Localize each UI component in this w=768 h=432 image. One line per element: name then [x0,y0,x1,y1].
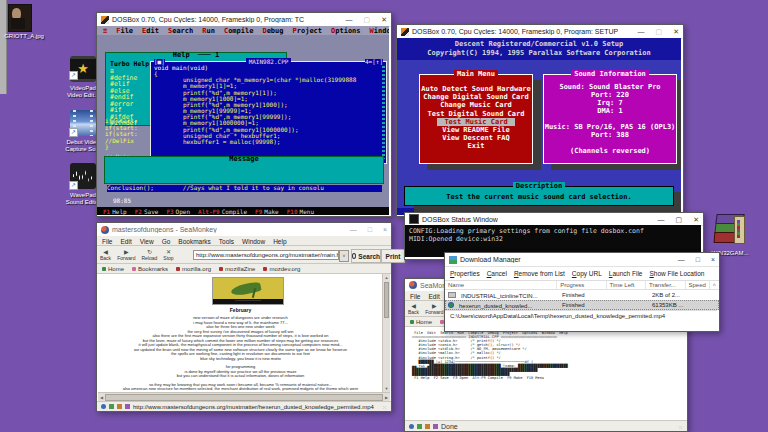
menu-item[interactable]: Edit [120,238,131,243]
setup-main-menu-items[interactable]: Auto Detect Sound HardwareChange Digital… [420,75,532,151]
menu-item[interactable]: Window [242,238,265,243]
menu-item[interactable]: Edit [428,293,439,298]
forward-button[interactable]: ▶Forward [422,302,446,315]
bookmark-item[interactable]: mozillaZine [219,266,255,272]
scroll-down-arrow[interactable]: ▼ [383,385,390,392]
fkey-item[interactable]: F3Open [166,208,190,214]
sm-left-bookmarks-bar[interactable]: HomeBookmarksmozilla.orgmozillaZinemozde… [97,264,391,274]
menu-item[interactable]: View [140,238,154,243]
minimize-button[interactable]: — [678,253,685,266]
dlm-toolbar[interactable]: PropertiesCancelRemove from ListCopy URL… [445,267,719,281]
search-button[interactable]: Search [351,249,381,263]
tc-menu-item[interactable]: Run [202,27,215,34]
tc-function-key-bar[interactable]: F1HelpF2SaveF3OpenAlt-F9CompileF9MakeF10… [97,207,389,215]
maximize-button[interactable]: □ [696,253,700,266]
close-button[interactable]: ✕ [693,213,699,226]
page-image[interactable]: ·························· [212,277,284,305]
print-button[interactable]: Print [381,249,405,263]
bookmark-item[interactable]: mozdev.org [263,266,300,272]
maximize-button[interactable]: ▢ [364,13,371,26]
fkey-item[interactable]: F9Make [255,208,279,214]
edit-scrollbar[interactable] [382,66,385,159]
reload-button[interactable]: ↻Reload [138,248,160,261]
tc-menu-item[interactable]: Edit [142,27,159,34]
tc-menu-item[interactable]: File [116,27,133,34]
main-menu-item[interactable]: View README File [420,126,532,134]
main-menu-item[interactable]: Change Music Card [420,101,532,109]
dlm-toolbar-item[interactable]: Show File Location [649,270,704,277]
dlm-toolbar-item[interactable]: Cancel [487,270,507,277]
tc-menu-item[interactable]: Project [293,27,323,34]
tc-menu-item[interactable]: Debug [262,27,283,34]
close-button[interactable]: ✕ [381,13,387,26]
fkey-item[interactable]: Alt-F9Compile [198,208,247,214]
tc-titlebar[interactable]: DOSBox 0.70, Cpu Cycles: 14000, Frameski… [97,13,391,27]
vertical-scrollbar[interactable]: ▲ ▼ [382,274,390,392]
fkey-item[interactable]: F1Help [103,208,127,214]
scroll-right-arrow[interactable]: ▶ [383,395,390,400]
dlm-toolbar-item[interactable]: Launch File [609,270,643,277]
scroll-up-arrow[interactable]: ▲ [383,274,390,281]
minimize-button[interactable]: — [346,13,353,26]
fkey-item[interactable]: F2Save [135,208,159,214]
navigator-component-icon[interactable] [101,404,106,409]
menu-item[interactable]: File [102,238,112,243]
composer-component-icon[interactable] [117,404,122,409]
resize-grip[interactable]: ⁙ [678,423,683,430]
url-bar[interactable]: http://www.mastersofdungeons.org/mustmat… [193,250,339,260]
sm-left-titlebar[interactable]: mastersofdungeons - SeaMonkey — □ × [97,223,391,237]
scroll-left-arrow[interactable]: ◀ [98,395,105,400]
menu-item[interactable]: Tools [219,238,234,243]
tc-menu-item[interactable]: ≡ [103,27,107,34]
stop-button[interactable]: ✕Stop [160,248,176,261]
bookmark-item[interactable]: mozilla.org [176,266,211,272]
download-row[interactable]: INDUSTRIAL_tcinlineTCIN... Finished 2KB … [445,290,719,300]
scrollbar-thumb[interactable] [384,282,389,318]
maximize-button[interactable]: ▢ [656,25,663,38]
minimize-button[interactable]: — [638,25,645,38]
tc-menu-item[interactable]: Options [331,27,361,34]
close-button[interactable]: × [383,223,387,236]
dlm-toolbar-item[interactable]: Properties [450,270,480,277]
main-menu-item[interactable]: View Descent FAQ [420,134,532,142]
tc-menu-item[interactable]: Search [168,27,193,34]
dlm-column-headers[interactable]: NameProgress Time LeftTransfer... Speed … [445,281,719,290]
tc-edit-window[interactable]: [■] MAIN982.CPP 4=[↑] void main(void){ u… [150,61,387,164]
maximize-button[interactable]: □ [368,223,372,236]
menu-item[interactable]: Bookmarks [178,238,211,243]
dlm-titlebar[interactable]: Download Manager — □ × [445,253,719,267]
horizontal-scrollbar[interactable]: ◀ ▶ [98,392,390,401]
menu-item[interactable]: Go [162,238,171,243]
tc-menu-item[interactable]: Compile [224,27,254,34]
edit-zoom-box[interactable]: 4=[↑] [365,59,383,65]
bookmark-item[interactable]: Bookmarks [132,266,168,272]
menu-item[interactable]: File [410,293,420,298]
bookmark-item[interactable]: Home [102,266,124,272]
maximize-button[interactable]: ▢ [676,213,683,226]
dlm-toolbar-item[interactable]: Remove from List [514,270,565,277]
sm-left-menubar[interactable]: FileEditViewGoBookmarksToolsWindowHelp [97,236,391,246]
desktop-icon-griott[interactable]: GRIOTT_A.jpg [8,4,56,50]
main-menu-item[interactable]: Change Digital Sound Card [420,93,532,101]
tc-menu-bar[interactable]: ≡FileEditSearchRunCompileDebugProjectOpt… [97,26,389,35]
composer-component-icon[interactable] [425,424,430,429]
forward-button[interactable]: ▶Forward [114,248,138,261]
main-menu-item[interactable]: Exit [420,142,532,150]
dlm-toolbar-item[interactable]: Copy URL [572,270,602,277]
scroll-up-arrow[interactable]: ˄ [710,281,720,289]
minimize-button[interactable]: — [350,223,357,236]
menu-item[interactable]: Help [273,238,286,243]
url-dropdown-button[interactable]: ˅ [339,250,349,262]
main-menu-item[interactable]: Test Digital Sound Card [420,110,532,118]
hscroll-thumb[interactable] [105,394,383,401]
main-menu-item[interactable]: Auto Detect Sound Hardware [420,85,532,93]
navigator-component-icon[interactable] [409,424,414,429]
address-book-component-icon[interactable] [125,404,130,409]
mail-component-icon[interactable] [417,424,422,429]
main-menu-item[interactable]: Test Music Card [437,118,515,126]
address-book-component-icon[interactable] [433,424,438,429]
fkey-item[interactable]: F10Menu [287,208,314,214]
minimize-button[interactable]: — [658,213,665,226]
download-row-selected[interactable]: hexerun_dusted_knowled... Finished 61353… [445,300,719,310]
back-button[interactable]: ◀Back [405,302,422,315]
